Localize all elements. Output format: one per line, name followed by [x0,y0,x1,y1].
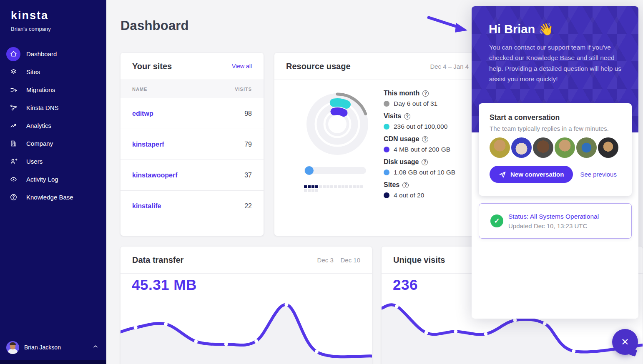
legend-dot [384,124,389,130]
send-icon [499,171,506,178]
home-icon [6,47,20,61]
user-name: Brian Jackson [24,344,92,351]
sidebar: Kinsta Brian's company Dashboard Sites M… [0,0,106,364]
your-sites-title: Your sites [132,62,172,71]
help-icon[interactable]: ? [422,90,429,97]
check-circle-icon: ✓ [490,214,503,227]
start-conversation-card: Start a conversation The team typically … [479,103,632,196]
help-icon[interactable]: ? [402,182,409,188]
sidebar-item-migrations[interactable]: Migrations [0,81,106,99]
system-status-card[interactable]: ✓ Status: All Systems Operational Update… [479,203,632,239]
sidebar-item-dashboard[interactable]: Dashboard [0,45,106,63]
see-previous-link[interactable]: See previous [580,171,617,178]
data-transfer-card: Data transfer Dec 3 – Dec 10 45.31 MB [121,247,372,364]
chat-widget: Hi Brian 👋 You can contact our support t… [472,6,638,319]
trending-up-icon [6,119,20,133]
kinsta-logo: Kinsta [11,9,106,22]
page-title: Dashboard [121,18,189,33]
chat-greeting: Hi Brian 👋 [489,22,553,36]
support-team-avatars [490,137,621,158]
legend-dot [384,101,389,107]
resource-donut-chart [300,87,375,162]
user-plus-icon [6,155,20,169]
sidebar-item-activity-log[interactable]: Activity Log [0,170,106,188]
data-transfer-period: Dec 3 – Dec 10 [317,257,360,264]
table-row[interactable]: kinstawooperf 37 [121,160,264,191]
chat-message: You can contact our support team if you'… [489,42,623,85]
sidebar-item-knowledge-base[interactable]: Knowledge Base [0,188,106,206]
status-updated: Updated Dec 10, 13:23 UTC [508,222,599,229]
building-icon [6,137,20,151]
site-link[interactable]: kinstalife [132,202,161,210]
col-name: NAME [132,87,147,92]
support-avatar [511,137,532,158]
table-row[interactable]: editwp 98 [121,98,264,129]
resource-usage-card: Resource usage Dec 4 – Jan 4 This month?… [274,53,480,236]
data-transfer-title: Data transfer [132,255,183,265]
legend-dot [384,147,389,152]
disk-usage-bar [304,167,366,174]
layers-icon [6,65,20,79]
conversation-title: Start a conversation [490,113,621,122]
annotation-arrow [426,12,472,35]
sites-usage-squares [304,185,367,193]
dns-network-icon [6,101,20,115]
user-menu[interactable]: Brian Jackson [0,338,106,357]
sidebar-item-users[interactable]: Users [0,152,106,170]
unique-visits-title: Unique visits [393,255,445,265]
sites-table-header: NAME VISITS [121,80,264,98]
site-link[interactable]: kinstawooperf [132,172,177,179]
sidebar-footer [0,360,106,364]
help-icon[interactable]: ? [422,159,428,165]
data-transfer-chart [121,285,372,364]
help-icon[interactable]: ? [422,136,428,142]
merge-icon [6,83,20,97]
site-link[interactable]: kinstaperf [132,141,164,148]
site-link[interactable]: editwp [132,110,153,117]
status-link[interactable]: Status: All Systems Operational [508,213,599,220]
conversation-subtitle: The team typically replies in a few minu… [490,125,621,132]
support-avatar [555,137,575,158]
table-row[interactable]: kinstalife 22 [121,191,264,222]
support-avatar [576,137,597,158]
sidebar-item-kinsta-dns[interactable]: Kinsta DNS [0,99,106,117]
eye-icon [6,172,20,187]
chat-close-launcher[interactable]: ✕ [612,329,638,355]
support-avatar [598,137,618,158]
avatar [6,341,19,354]
resource-usage-legend: This month? Day 6 out of 31 Visits? 236 … [384,90,455,204]
sidebar-item-company[interactable]: Company [0,135,106,152]
new-conversation-button[interactable]: New conversation [490,166,573,183]
resource-usage-title: Resource usage [286,62,351,71]
question-circle-icon [6,190,20,204]
col-visits: VISITS [235,87,252,92]
help-icon[interactable]: ? [404,113,410,120]
table-row[interactable]: kinstaperf 79 [121,129,264,160]
legend-dot [384,170,389,175]
company-name: Brian's company [11,26,106,32]
legend-dot [384,192,389,198]
sidebar-nav: Dashboard Sites Migrations Kinsta DNS An… [0,45,106,206]
sidebar-item-sites[interactable]: Sites [0,63,106,81]
disk-usage-knob [305,166,314,175]
support-avatar [533,137,553,158]
sidebar-item-analytics[interactable]: Analytics [0,117,106,135]
resource-usage-period: Dec 4 – Jan 4 [430,63,469,70]
support-avatar [490,137,510,158]
your-sites-card: Your sites View all NAME VISITS editwp 9… [121,53,264,236]
close-icon: ✕ [621,337,629,348]
view-all-link[interactable]: View all [232,63,252,70]
chevron-up-icon[interactable] [92,343,99,352]
